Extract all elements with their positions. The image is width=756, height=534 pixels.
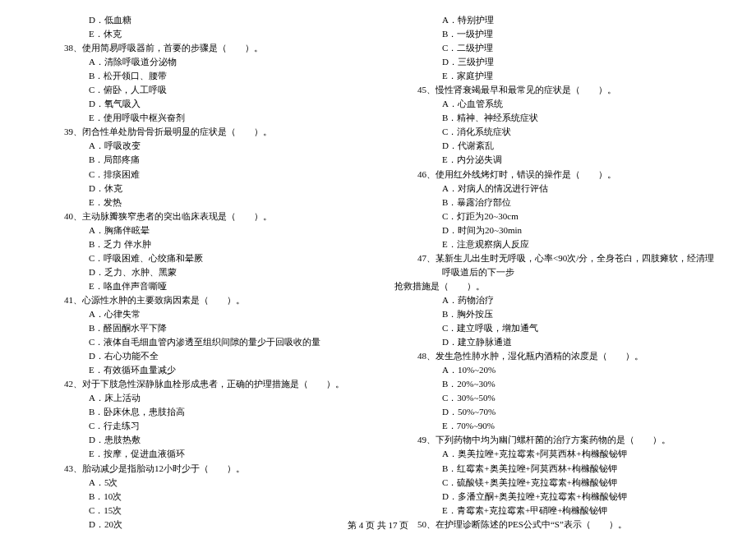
option: D．右心功能不全 <box>41 349 362 363</box>
option: B．精神、神经系统症状 <box>394 111 715 125</box>
option: B．红霉素+奥美拉唑+阿莫西林+枸橼酸铋钾 <box>394 462 715 476</box>
option: B．松开领口、腰带 <box>41 69 362 83</box>
option: A．5次 <box>41 476 362 490</box>
option: E．有效循环血量减少 <box>41 363 362 377</box>
option: D．代谢紊乱 <box>394 139 715 153</box>
question-47-cont: 抢救措施是（ ）。 <box>394 279 715 293</box>
question-45: 45、慢性肾衰竭最早和最常见的症状是（ ）。 <box>417 83 715 97</box>
question-43: 43、胎动减少是指胎动12小时少于（ ）。 <box>64 462 362 476</box>
option: D．低血糖 <box>41 13 362 27</box>
option: B．局部疼痛 <box>41 153 362 167</box>
option: A．清除呼吸道分泌物 <box>41 55 362 69</box>
option: A．心律失常 <box>41 307 362 321</box>
option: C．呼吸困难、心绞痛和晕厥 <box>41 251 362 265</box>
option: B．乏力 伴水肿 <box>41 237 362 251</box>
option: D．多潘立酮+奥美拉唑+克拉霉素+枸橼酸铋钾 <box>394 490 715 504</box>
option: D．三级护理 <box>394 55 715 69</box>
option: B．卧床休息，患肢抬高 <box>41 405 362 419</box>
option: B．一级护理 <box>394 27 715 41</box>
option: E．内分泌失调 <box>394 153 715 167</box>
question-38: 38、使用简易呼吸器前，首要的步骤是（ ）。 <box>64 41 362 55</box>
option: A．呼吸改变 <box>41 139 362 153</box>
option: C．液体自毛细血管内渗透至组织间隙的量少于回吸收的量 <box>41 335 362 349</box>
option: E．青霉素+克拉霉素+甲硝唑+枸橼酸铋钾 <box>394 504 715 518</box>
question-49: 49、下列药物中均为幽门螺杆菌的治疗方案药物的是（ ）。 <box>417 433 715 447</box>
option: C．排痰困难 <box>41 168 362 182</box>
option: D．50%~70% <box>394 405 715 419</box>
option: C．建立呼吸，增加通气 <box>394 321 715 335</box>
option: D．患肢热敷 <box>41 433 362 447</box>
option: C．二级护理 <box>394 41 715 55</box>
option: A．药物治疗 <box>394 293 715 307</box>
option: E．发热 <box>41 196 362 209</box>
option: C．15次 <box>41 504 362 518</box>
option: C．灯距为20~30cm <box>394 209 715 223</box>
option: E．休克 <box>41 27 362 41</box>
question-48: 48、发生急性肺水肿，湿化瓶内酒精的浓度是（ ）。 <box>417 349 715 363</box>
option: E．使用呼吸中枢兴奋剂 <box>41 111 362 125</box>
option: A．床上活动 <box>41 391 362 405</box>
question-47: 47、某新生儿出生时无呼吸，心率<90次/分，全身苍白，四肢瘫软，经清理呼吸道后… <box>417 251 715 279</box>
option: B．醛固酮水平下降 <box>41 321 362 335</box>
option: D．氧气吸入 <box>41 97 362 111</box>
option: D．建立静脉通道 <box>394 335 715 349</box>
option: C．硫酸镁+奥美拉唑+克拉霉素+枸橼酸铋钾 <box>394 476 715 490</box>
option: D．时间为20~30min <box>394 223 715 237</box>
question-50: 50、在护理诊断陈述的PES公式中“S”表示（ ）。 <box>417 518 715 532</box>
option: E．注意观察病人反应 <box>394 237 715 251</box>
option: C．俯卧，人工呼吸 <box>41 83 362 97</box>
question-42: 42、对于下肢急性深静脉血栓形成患者，正确的护理措施是（ ）。 <box>64 377 362 391</box>
option: A．10%~20% <box>394 363 715 377</box>
question-40: 40、主动脉瓣狭窄患者的突出临床表现是（ ）。 <box>64 209 362 223</box>
option: A．特别护理 <box>394 13 715 27</box>
option: E．家庭护理 <box>394 69 715 83</box>
left-column: D．低血糖 E．休克 38、使用简易呼吸器前，首要的步骤是（ ）。 A．清除呼吸… <box>41 13 378 514</box>
option: B．20%~30% <box>394 377 715 391</box>
option: B．胸外按压 <box>394 307 715 321</box>
option: C．30%~50% <box>394 391 715 405</box>
question-46: 46、使用红外线烤灯时，错误的操作是（ ）。 <box>417 168 715 182</box>
option: A．对病人的情况进行评估 <box>394 182 715 196</box>
option: D．20次 <box>41 518 362 532</box>
option: E．按摩，促进血液循环 <box>41 447 362 461</box>
page: D．低血糖 E．休克 38、使用简易呼吸器前，首要的步骤是（ ）。 A．清除呼吸… <box>0 0 756 514</box>
option: D．休克 <box>41 182 362 196</box>
option: B．暴露治疗部位 <box>394 196 715 209</box>
right-column: A．特别护理 B．一级护理 C．二级护理 D．三级护理 E．家庭护理 45、慢性… <box>378 13 715 514</box>
question-39: 39、闭合性单处肋骨骨折最明显的症状是（ ）。 <box>64 125 362 139</box>
option: E．70%~90% <box>394 419 715 433</box>
option: E．咯血伴声音嘶哑 <box>41 279 362 293</box>
option: C．消化系统症状 <box>394 125 715 139</box>
option: A．奥美拉唑+克拉霉素+阿莫西林+枸橼酸铋钾 <box>394 447 715 461</box>
option: A．心血管系统 <box>394 97 715 111</box>
question-41: 41、心源性水肿的主要致病因素是（ ）。 <box>64 293 362 307</box>
option: B．10次 <box>41 490 362 504</box>
option: A．胸痛伴眩晕 <box>41 223 362 237</box>
option: D．乏力、水肿、黑蒙 <box>41 265 362 279</box>
option: C．行走练习 <box>41 419 362 433</box>
